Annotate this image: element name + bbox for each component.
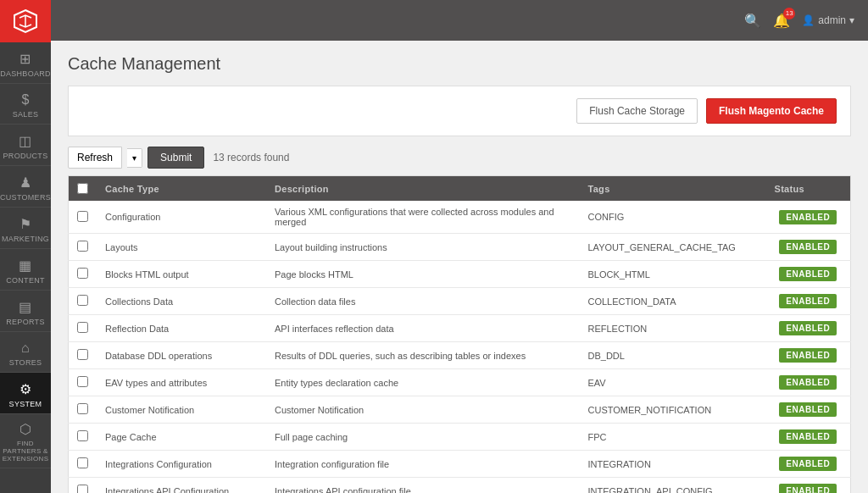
refresh-label: Refresh (77, 152, 113, 163)
description-cell: Collection data files (266, 288, 580, 315)
products-icon: ◫ (19, 133, 31, 149)
row-checkbox-cell (69, 201, 97, 234)
sidebar-item-label: System (9, 400, 42, 408)
refresh-button[interactable]: Refresh (68, 147, 122, 169)
sidebar-item-label: Customers (0, 193, 51, 202)
table-row: Configuration Various XML configurations… (69, 201, 851, 234)
sidebar-item-sales[interactable]: $ Sales (0, 84, 51, 125)
cache-type-cell: Integrations API Configuration (97, 478, 266, 494)
row-checkbox[interactable] (77, 403, 88, 414)
tags-cell: INTEGRATION (580, 451, 766, 478)
system-icon: ⚙ (19, 381, 31, 397)
tags-cell: BLOCK_HTML (580, 261, 766, 288)
description-header: Description (266, 176, 580, 202)
sidebar-item-label: Dashboard (0, 69, 51, 78)
row-checkbox[interactable] (77, 430, 88, 441)
description-cell: Entity types declaration cache (266, 369, 580, 396)
row-checkbox-cell (69, 342, 97, 369)
cache-type-cell: Database DDL operations (97, 342, 266, 369)
row-checkbox[interactable] (77, 322, 88, 333)
submit-button[interactable]: Submit (147, 147, 204, 169)
flush-magento-cache-button[interactable]: Flush Magento Cache (706, 98, 837, 124)
row-checkbox[interactable] (77, 241, 88, 252)
tags-cell: DB_DDL (580, 342, 766, 369)
sidebar-item-stores[interactable]: ⌂ Stores (0, 332, 51, 373)
flush-cache-storage-button[interactable]: Flush Cache Storage (576, 98, 698, 124)
row-checkbox[interactable] (77, 295, 88, 306)
status-header: Status (766, 176, 851, 202)
sidebar-item-dashboard[interactable]: ⊞ Dashboard (0, 42, 51, 84)
search-icon[interactable]: 🔍 (744, 13, 761, 29)
row-checkbox[interactable] (77, 485, 88, 493)
user-menu[interactable]: 👤 admin ▾ (802, 14, 854, 26)
status-cell: ENABLED (766, 369, 851, 396)
status-badge: ENABLED (779, 402, 837, 417)
select-all-checkbox[interactable] (77, 183, 88, 194)
sidebar-item-reports[interactable]: ▤ Reports (0, 291, 51, 332)
sidebar-item-system[interactable]: ⚙ System (0, 373, 51, 414)
page-title: Cache Management (68, 54, 851, 74)
row-checkbox[interactable] (77, 211, 88, 222)
status-cell: ENABLED (766, 478, 851, 494)
status-cell: ENABLED (766, 234, 851, 261)
description-cell: Various XML configurations that were col… (266, 201, 580, 234)
cache-type-cell: Customer Notification (97, 396, 266, 424)
status-badge: ENABLED (779, 267, 837, 281)
row-checkbox-cell (69, 234, 97, 261)
cache-type-cell: Collections Data (97, 288, 266, 315)
table-row: EAV types and attributes Entity types de… (69, 369, 851, 396)
description-cell: Layout building instructions (266, 234, 580, 261)
row-checkbox[interactable] (77, 268, 88, 279)
reports-icon: ▤ (19, 299, 31, 315)
sidebar: ⊞ Dashboard $ Sales ◫ Products ♟ Custome… (0, 0, 51, 493)
records-count: 13 records found (213, 152, 289, 163)
content-area: Cache Management Flush Cache Storage Flu… (51, 41, 868, 493)
cache-table: Cache Type Description Tags Status Confi… (68, 175, 851, 493)
sidebar-item-customers[interactable]: ♟ Customers (0, 166, 51, 208)
cache-type-cell: EAV types and attributes (97, 369, 266, 396)
table-row: Page Cache Full page caching FPC ENABLED (69, 424, 851, 451)
refresh-dropdown-button[interactable]: ▾ (127, 148, 142, 168)
description-cell: Customer Notification (266, 396, 580, 424)
description-cell: API interfaces reflection data (266, 315, 580, 342)
description-cell: Integration configuration file (266, 451, 580, 478)
sidebar-item-label: Find Partners & Extensions (3, 440, 49, 463)
status-badge: ENABLED (779, 484, 837, 493)
sidebar-item-content[interactable]: ▦ Content (0, 249, 51, 291)
sidebar-item-products[interactable]: ◫ Products (0, 125, 51, 166)
customers-icon: ♟ (19, 174, 31, 191)
select-all-header (69, 176, 97, 202)
status-badge: ENABLED (779, 457, 837, 471)
row-checkbox[interactable] (77, 376, 88, 387)
extensions-icon: ⬡ (19, 421, 31, 437)
status-cell: ENABLED (766, 396, 851, 424)
status-cell: ENABLED (766, 315, 851, 342)
row-checkbox[interactable] (77, 457, 88, 468)
table-row: Layouts Layout building instructions LAY… (69, 234, 851, 261)
cache-type-cell: Layouts (97, 234, 266, 261)
table-row: Integrations API Configuration Integrati… (69, 478, 851, 494)
table-row: Integrations Configuration Integration c… (69, 451, 851, 478)
tags-cell: FPC (580, 424, 766, 451)
tags-cell: LAYOUT_GENERAL_CACHE_TAG (580, 234, 766, 261)
sidebar-item-marketing[interactable]: ⚑ Marketing (0, 208, 51, 249)
tags-cell: INTEGRATION_API_CONFIG (580, 478, 766, 494)
tags-cell: REFLECTION (580, 315, 766, 342)
description-cell: Full page caching (266, 424, 580, 451)
notification-bell[interactable]: 🔔 13 (773, 13, 790, 29)
row-checkbox-cell (69, 478, 97, 494)
row-checkbox[interactable] (77, 349, 88, 360)
table-row: Blocks HTML output Page blocks HTML BLOC… (69, 261, 851, 288)
sidebar-item-extensions[interactable]: ⬡ Find Partners & Extensions (0, 414, 51, 468)
status-cell: ENABLED (766, 201, 851, 234)
main-content: 🔍 🔔 13 👤 admin ▾ Cache Management Flush … (51, 0, 868, 493)
user-icon: 👤 (802, 14, 815, 26)
description-cell: Page blocks HTML (266, 261, 580, 288)
cache-type-cell: Page Cache (97, 424, 266, 451)
sidebar-logo[interactable] (0, 0, 51, 42)
row-checkbox-cell (69, 396, 97, 424)
stores-icon: ⌂ (21, 341, 30, 356)
status-badge: ENABLED (779, 240, 837, 254)
top-bar: 🔍 🔔 13 👤 admin ▾ (51, 0, 868, 41)
row-checkbox-cell (69, 315, 97, 342)
